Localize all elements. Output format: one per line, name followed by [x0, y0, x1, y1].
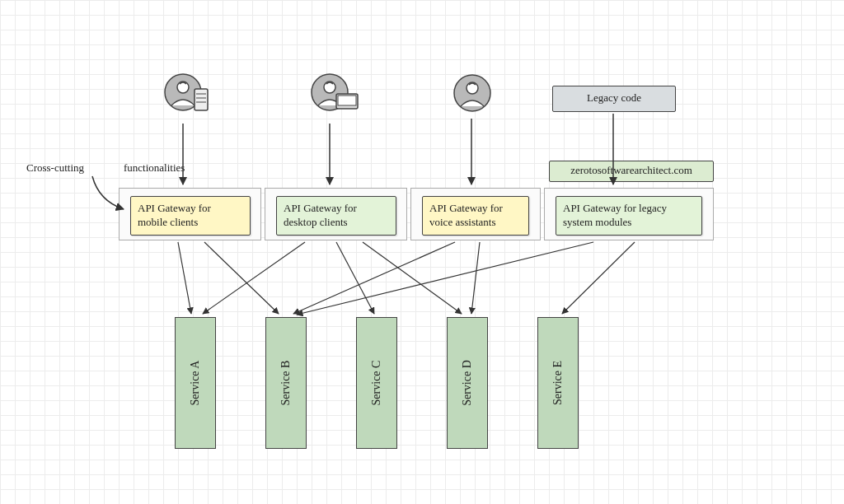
svg-point-7	[324, 82, 335, 93]
svg-line-22	[471, 242, 480, 314]
watermark: zerotosoftwarearchitect.com	[549, 161, 714, 182]
gateway-voice: API Gateway for voice assistants	[422, 196, 529, 236]
svg-rect-9	[338, 96, 356, 105]
annotation-cross-cutting: Cross-cutting	[26, 161, 84, 175]
svg-line-19	[336, 242, 374, 314]
svg-line-17	[204, 242, 279, 314]
diagram-canvas: Legacy code Cross-cutting functionalitie…	[0, 0, 844, 504]
arrow-layer	[0, 0, 844, 504]
svg-point-1	[177, 82, 189, 93]
gateway-desktop: API Gateway for desktop clients	[276, 196, 396, 236]
svg-rect-2	[195, 89, 208, 110]
client-voice	[452, 72, 493, 114]
gateway-legacy: API Gateway for legacy system modules	[556, 196, 702, 236]
svg-line-16	[178, 242, 191, 314]
gateway-mobile: API Gateway for mobile clients	[130, 196, 251, 236]
svg-line-23	[297, 242, 593, 315]
service-d: Service D	[447, 317, 488, 449]
service-e: Service E	[537, 317, 579, 449]
client-mobile	[163, 72, 204, 114]
client-desktop	[310, 72, 351, 114]
svg-line-21	[293, 242, 455, 314]
svg-line-24	[562, 242, 635, 314]
svg-line-18	[203, 242, 305, 314]
service-c: Service C	[356, 317, 397, 449]
service-a: Service A	[175, 317, 216, 449]
service-b: Service B	[265, 317, 307, 449]
client-legacy: Legacy code	[552, 86, 676, 112]
svg-point-11	[467, 82, 478, 94]
legacy-label: Legacy code	[587, 91, 641, 104]
svg-line-20	[363, 242, 462, 314]
annotation-functionalities: functionalities	[124, 161, 185, 175]
